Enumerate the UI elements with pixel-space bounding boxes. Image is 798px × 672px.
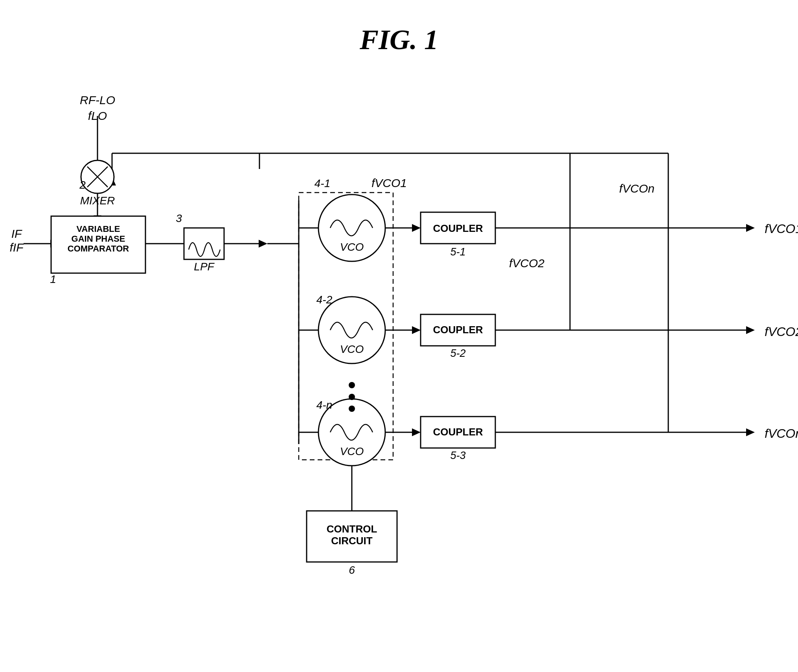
svg-text:VCO: VCO (340, 445, 364, 457)
svg-text:IF: IF (11, 227, 22, 240)
svg-text:fVCO2: fVCO2 (509, 257, 544, 270)
svg-marker-16 (412, 224, 421, 232)
svg-text:GAIN PHASE: GAIN PHASE (72, 234, 125, 244)
svg-text:VARIABLE: VARIABLE (77, 224, 120, 234)
svg-text:2: 2 (79, 179, 86, 191)
svg-text:4-1: 4-1 (314, 177, 330, 189)
svg-text:1: 1 (50, 273, 56, 285)
svg-text:fVCOn: fVCOn (619, 182, 655, 195)
svg-text:CONTROL: CONTROL (327, 523, 377, 535)
svg-text:fIF: fIF (10, 241, 24, 254)
svg-text:VCO: VCO (340, 241, 364, 253)
svg-text:COUPLER: COUPLER (433, 222, 483, 234)
circuit-diagram: VARIABLE GAIN PHASE COMPARATOR (0, 0, 798, 672)
svg-text:CIRCUIT: CIRCUIT (331, 535, 373, 547)
svg-marker-18 (412, 326, 421, 334)
svg-marker-25 (746, 224, 755, 232)
svg-text:fVCO1: fVCO1 (765, 222, 798, 236)
svg-text:COMPARATOR: COMPARATOR (68, 244, 129, 253)
diagram-container: FIG. 1 (0, 0, 798, 672)
svg-marker-20 (412, 428, 421, 436)
svg-text:fLO: fLO (88, 109, 107, 122)
svg-text:RF-LO: RF-LO (80, 94, 115, 106)
svg-text:4-2: 4-2 (316, 294, 333, 306)
svg-text:fVCO2: fVCO2 (765, 325, 798, 339)
svg-text:LPF: LPF (194, 261, 215, 273)
svg-text:5-1: 5-1 (450, 246, 465, 258)
svg-text:6: 6 (349, 564, 355, 576)
svg-text:fVCOn: fVCOn (765, 426, 798, 441)
svg-text:3: 3 (176, 212, 182, 224)
svg-point-90 (349, 406, 355, 412)
svg-point-89 (349, 394, 355, 400)
svg-marker-27 (746, 326, 755, 334)
svg-text:fVCO1: fVCO1 (371, 176, 407, 189)
svg-text:VCO: VCO (340, 343, 364, 355)
svg-text:COUPLER: COUPLER (433, 426, 483, 438)
svg-text:COUPLER: COUPLER (433, 324, 483, 336)
svg-point-88 (349, 382, 355, 388)
svg-text:5-2: 5-2 (450, 347, 465, 359)
svg-marker-29 (746, 428, 755, 436)
svg-marker-7 (259, 240, 267, 248)
svg-text:5-3: 5-3 (450, 450, 465, 461)
svg-text:4-n: 4-n (316, 399, 332, 411)
svg-text:MIXER: MIXER (80, 195, 115, 207)
